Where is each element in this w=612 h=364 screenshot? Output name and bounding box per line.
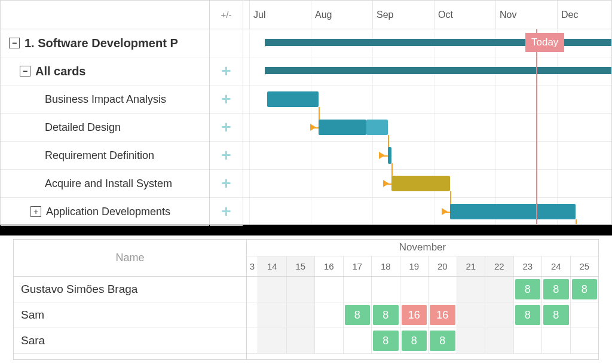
gantt-timeline[interactable]: Jul Aug Sep Oct Nov Dec Today (243, 1, 611, 224)
resource-cell[interactable] (570, 328, 599, 353)
allocation-chip[interactable]: 8 (345, 305, 371, 325)
day-header: 15 (286, 256, 315, 276)
resource-cell[interactable] (247, 277, 258, 302)
resource-cell[interactable] (258, 302, 286, 328)
add-task-icon[interactable]: + (221, 63, 231, 79)
resource-cell[interactable] (258, 277, 286, 302)
month-label: Dec (557, 1, 578, 29)
panel-divider (0, 225, 612, 235)
task-row-project[interactable]: − 1. Software Development P (1, 29, 209, 57)
resource-row: 888 (247, 277, 598, 302)
resource-cell[interactable] (371, 277, 400, 302)
resource-cell[interactable] (343, 277, 372, 302)
resource-cell[interactable]: 8 (570, 277, 599, 302)
gantt-task-header (1, 1, 209, 29)
resource-cell[interactable] (457, 277, 485, 302)
resource-cell[interactable] (314, 302, 343, 328)
task-label: Requirement Definition (45, 149, 154, 162)
task-label: All cards (35, 65, 85, 78)
task-row[interactable]: Detailed Design (1, 114, 209, 142)
resource-cell[interactable] (247, 302, 258, 328)
task-row-group[interactable]: + Application Developments (1, 198, 209, 226)
resource-cell[interactable]: 8 (513, 302, 542, 328)
resource-cell[interactable] (428, 277, 457, 302)
task-row-group[interactable]: − All cards (1, 57, 209, 85)
resource-name-column: Name Gustavo Simões Braga Sam Sara (14, 240, 247, 359)
resource-cell[interactable] (258, 328, 286, 353)
resource-cell[interactable]: 8 (513, 277, 542, 302)
resource-cell[interactable]: 16 (428, 302, 457, 328)
task-row[interactable]: Acquire and Install System (1, 170, 209, 198)
day-header: 16 (314, 256, 343, 276)
resource-cell[interactable]: 8 (428, 328, 457, 353)
day-header: 20 (428, 256, 457, 276)
day-header: 14 (258, 256, 286, 276)
task-bar-progress[interactable] (366, 120, 388, 135)
milestone[interactable] (388, 147, 391, 164)
resource-cell[interactable]: 8 (400, 328, 429, 353)
resource-cell[interactable] (570, 302, 599, 328)
resource-cell[interactable]: 8 (541, 302, 570, 328)
resource-row: 888 (247, 328, 598, 354)
resource-cell[interactable]: 8 (343, 302, 372, 328)
resource-cell[interactable] (400, 277, 429, 302)
task-bar[interactable] (267, 91, 319, 107)
allocation-chip[interactable]: 8 (373, 305, 399, 325)
resource-cell[interactable] (286, 277, 315, 302)
task-bar[interactable] (319, 120, 366, 135)
collapse-toggle[interactable]: − (9, 38, 20, 48)
expand-toggle[interactable]: + (30, 206, 41, 217)
resource-cell[interactable] (513, 328, 542, 353)
resource-cell[interactable] (485, 302, 513, 328)
allocation-chip[interactable]: 8 (515, 305, 541, 325)
plus-minus-header: +/- (210, 1, 243, 29)
resource-row: 88161688 (247, 302, 598, 328)
add-task-icon[interactable]: + (221, 147, 231, 164)
gantt-bars-area: Today (243, 29, 611, 224)
person-row[interactable]: Sam (14, 302, 246, 328)
resource-cell[interactable] (314, 277, 343, 302)
resource-cell[interactable]: 8 (371, 328, 400, 353)
resource-cell[interactable]: 16 (400, 302, 429, 328)
resource-cell[interactable]: 8 (541, 277, 570, 302)
add-task-icon[interactable]: + (221, 119, 231, 136)
allocation-chip[interactable]: 8 (402, 331, 427, 351)
resource-cell[interactable] (541, 328, 570, 353)
add-task-icon[interactable]: + (221, 91, 231, 108)
person-name: Sara (21, 334, 45, 347)
resource-cell[interactable] (343, 328, 372, 353)
person-row[interactable]: Gustavo Simões Braga (14, 277, 246, 302)
resource-cell[interactable]: 8 (371, 302, 400, 328)
allocation-chip[interactable]: 8 (572, 279, 598, 299)
task-row[interactable]: Business Impact Analysis (1, 85, 209, 114)
resource-cell[interactable] (247, 328, 258, 353)
resource-cell[interactable] (485, 328, 513, 353)
name-header: Name (14, 240, 246, 277)
resource-cell[interactable] (286, 302, 315, 328)
add-task-icon[interactable]: + (221, 203, 231, 220)
person-name: Sam (21, 308, 44, 322)
allocation-chip[interactable]: 8 (543, 279, 569, 299)
task-row[interactable]: Requirement Definition (1, 142, 209, 170)
resource-cell[interactable] (485, 277, 513, 302)
task-label: Application Developments (46, 206, 170, 218)
allocation-chip[interactable]: 16 (402, 305, 427, 325)
allocation-chip[interactable]: 8 (373, 331, 399, 351)
gantt-chart: − 1. Software Development P − All cards … (0, 0, 612, 225)
allocation-chip[interactable]: 16 (430, 305, 455, 325)
resource-cell[interactable] (286, 328, 315, 353)
collapse-toggle[interactable]: − (20, 66, 30, 77)
resource-cell[interactable] (457, 328, 485, 353)
resource-cell[interactable] (457, 302, 485, 328)
task-bar[interactable] (391, 176, 450, 191)
resource-cell[interactable] (314, 328, 343, 353)
resource-grid: 88888161688888 (247, 277, 598, 354)
allocation-chip[interactable]: 8 (515, 279, 541, 299)
task-bar[interactable] (450, 204, 576, 219)
allocation-chip[interactable]: 8 (543, 305, 569, 325)
allocation-chip[interactable]: 8 (430, 331, 455, 351)
month-label: Nov (495, 1, 516, 29)
summary-bar[interactable] (265, 67, 611, 74)
person-row[interactable]: Sara (14, 328, 246, 354)
add-task-icon[interactable]: + (221, 175, 231, 192)
